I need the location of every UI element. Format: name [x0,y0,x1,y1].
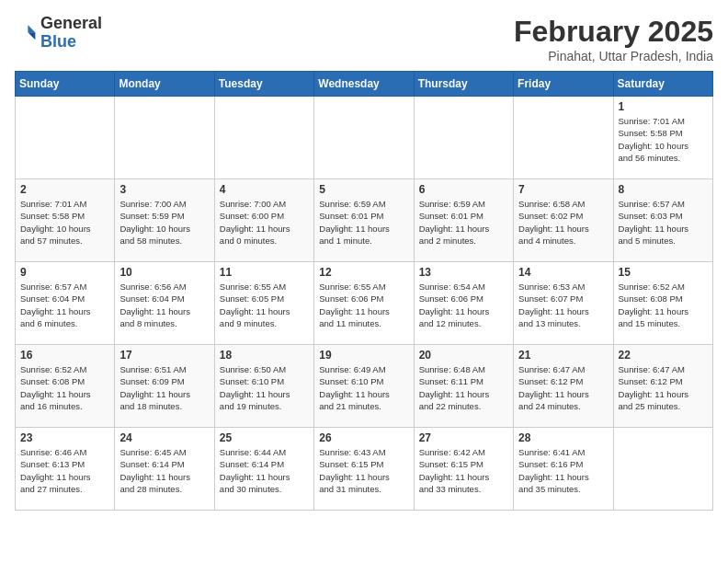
col-header-saturday: Saturday [613,72,712,97]
day-info: Sunrise: 6:56 AMSunset: 6:04 PMDaylight:… [119,281,209,329]
title-block: February 2025 Pinahat, Uttar Pradesh, In… [514,15,713,63]
calendar-cell: 1Sunrise: 7:01 AMSunset: 5:58 PMDaylight… [613,97,712,179]
day-number: 8 [619,183,708,196]
day-number: 25 [220,431,309,444]
calendar-cell [414,97,513,179]
day-number: 24 [119,431,209,444]
day-info: Sunrise: 6:47 AMSunset: 6:12 PMDaylight:… [619,363,708,412]
logo-icon [15,22,37,44]
calendar-cell: 10Sunrise: 6:56 AMSunset: 6:04 PMDayligh… [115,262,214,345]
calendar-cell: 5Sunrise: 6:59 AMSunset: 6:01 PMDaylight… [314,179,414,262]
day-info: Sunrise: 6:44 AMSunset: 6:14 PMDaylight:… [220,446,309,495]
calendar-cell: 6Sunrise: 6:59 AMSunset: 6:01 PMDaylight… [414,179,513,262]
day-info: Sunrise: 7:01 AMSunset: 5:58 PMDaylight:… [619,115,708,164]
day-info: Sunrise: 6:55 AMSunset: 6:06 PMDaylight:… [319,281,408,329]
day-info: Sunrise: 6:54 AMSunset: 6:06 PMDaylight:… [419,281,508,329]
day-number: 5 [319,183,408,196]
calendar-cell: 25Sunrise: 6:44 AMSunset: 6:14 PMDayligh… [214,428,313,511]
day-number: 18 [220,349,309,362]
day-info: Sunrise: 6:47 AMSunset: 6:12 PMDaylight:… [518,363,608,412]
logo: General Blue [15,15,102,52]
calendar-cell: 20Sunrise: 6:48 AMSunset: 6:11 PMDayligh… [414,345,513,428]
calendar-cell: 26Sunrise: 6:43 AMSunset: 6:15 PMDayligh… [314,428,414,511]
calendar-cell: 2Sunrise: 7:01 AMSunset: 5:58 PMDaylight… [16,179,115,262]
calendar-cell: 27Sunrise: 6:42 AMSunset: 6:15 PMDayligh… [414,428,513,511]
calendar-cell [314,97,414,179]
day-number: 2 [20,183,109,196]
day-number: 16 [20,349,109,362]
day-number: 11 [220,266,309,279]
calendar-cell: 16Sunrise: 6:52 AMSunset: 6:08 PMDayligh… [16,345,115,428]
calendar-cell: 17Sunrise: 6:51 AMSunset: 6:09 PMDayligh… [115,345,214,428]
calendar-cell [613,428,712,511]
day-info: Sunrise: 6:43 AMSunset: 6:15 PMDaylight:… [319,446,408,495]
day-info: Sunrise: 6:51 AMSunset: 6:09 PMDaylight:… [119,363,209,412]
day-info: Sunrise: 6:49 AMSunset: 6:10 PMDaylight:… [319,363,408,412]
day-number: 12 [319,266,408,279]
day-info: Sunrise: 6:58 AMSunset: 6:02 PMDaylight:… [518,198,608,247]
page-header: General Blue February 2025 Pinahat, Utta… [15,15,713,63]
calendar-cell: 23Sunrise: 6:46 AMSunset: 6:13 PMDayligh… [16,428,115,511]
month-title: February 2025 [514,15,713,49]
calendar-table: SundayMondayTuesdayWednesdayThursdayFrid… [15,71,713,511]
day-info: Sunrise: 6:45 AMSunset: 6:14 PMDaylight:… [119,446,209,495]
calendar-cell: 12Sunrise: 6:55 AMSunset: 6:06 PMDayligh… [314,262,414,345]
col-header-sunday: Sunday [16,72,115,97]
day-info: Sunrise: 6:46 AMSunset: 6:13 PMDaylight:… [20,446,109,495]
day-number: 20 [419,349,508,362]
day-info: Sunrise: 6:59 AMSunset: 6:01 PMDaylight:… [419,198,508,247]
day-info: Sunrise: 6:55 AMSunset: 6:05 PMDaylight:… [220,281,309,329]
day-number: 6 [419,183,508,196]
col-header-monday: Monday [115,72,214,97]
location-subtitle: Pinahat, Uttar Pradesh, India [514,49,713,63]
day-info: Sunrise: 6:57 AMSunset: 6:03 PMDaylight:… [619,198,708,247]
calendar-cell: 8Sunrise: 6:57 AMSunset: 6:03 PMDaylight… [613,179,712,262]
day-number: 27 [419,431,508,444]
day-number: 3 [119,183,209,196]
col-header-thursday: Thursday [414,72,513,97]
day-info: Sunrise: 6:57 AMSunset: 6:04 PMDaylight:… [20,281,109,329]
day-number: 7 [518,183,608,196]
day-info: Sunrise: 6:52 AMSunset: 6:08 PMDaylight:… [20,363,109,412]
day-info: Sunrise: 7:01 AMSunset: 5:58 PMDaylight:… [20,198,109,247]
col-header-friday: Friday [514,72,613,97]
day-number: 23 [20,431,109,444]
calendar-cell: 22Sunrise: 6:47 AMSunset: 6:12 PMDayligh… [613,345,712,428]
calendar-cell: 4Sunrise: 7:00 AMSunset: 6:00 PMDaylight… [214,179,313,262]
day-info: Sunrise: 6:41 AMSunset: 6:16 PMDaylight:… [518,446,608,495]
calendar-cell: 28Sunrise: 6:41 AMSunset: 6:16 PMDayligh… [514,428,613,511]
day-number: 19 [319,349,408,362]
calendar-cell: 7Sunrise: 6:58 AMSunset: 6:02 PMDaylight… [514,179,613,262]
calendar-cell [115,97,214,179]
day-number: 14 [518,266,608,279]
calendar-cell: 3Sunrise: 7:00 AMSunset: 5:59 PMDaylight… [115,179,214,262]
day-number: 28 [518,431,608,444]
calendar-cell [514,97,613,179]
day-number: 10 [119,266,209,279]
calendar-cell: 24Sunrise: 6:45 AMSunset: 6:14 PMDayligh… [115,428,214,511]
day-info: Sunrise: 6:52 AMSunset: 6:08 PMDaylight:… [619,281,708,329]
calendar-cell: 15Sunrise: 6:52 AMSunset: 6:08 PMDayligh… [613,262,712,345]
calendar-cell: 11Sunrise: 6:55 AMSunset: 6:05 PMDayligh… [214,262,313,345]
day-info: Sunrise: 6:53 AMSunset: 6:07 PMDaylight:… [518,281,608,329]
calendar-cell: 13Sunrise: 6:54 AMSunset: 6:06 PMDayligh… [414,262,513,345]
day-number: 13 [419,266,508,279]
day-info: Sunrise: 6:50 AMSunset: 6:10 PMDaylight:… [220,363,309,412]
calendar-cell [16,97,115,179]
calendar-cell: 9Sunrise: 6:57 AMSunset: 6:04 PMDaylight… [16,262,115,345]
day-number: 15 [619,266,708,279]
day-number: 9 [20,266,109,279]
svg-marker-1 [28,32,35,40]
calendar-cell: 18Sunrise: 6:50 AMSunset: 6:10 PMDayligh… [214,345,313,428]
col-header-tuesday: Tuesday [214,72,313,97]
logo-text: General Blue [40,15,102,52]
day-number: 22 [619,349,708,362]
day-number: 17 [119,349,209,362]
col-header-wednesday: Wednesday [314,72,414,97]
day-number: 21 [518,349,608,362]
svg-marker-0 [28,25,35,32]
calendar-cell [214,97,313,179]
day-info: Sunrise: 7:00 AMSunset: 6:00 PMDaylight:… [220,198,309,247]
calendar-cell: 14Sunrise: 6:53 AMSunset: 6:07 PMDayligh… [514,262,613,345]
day-info: Sunrise: 6:48 AMSunset: 6:11 PMDaylight:… [419,363,508,412]
